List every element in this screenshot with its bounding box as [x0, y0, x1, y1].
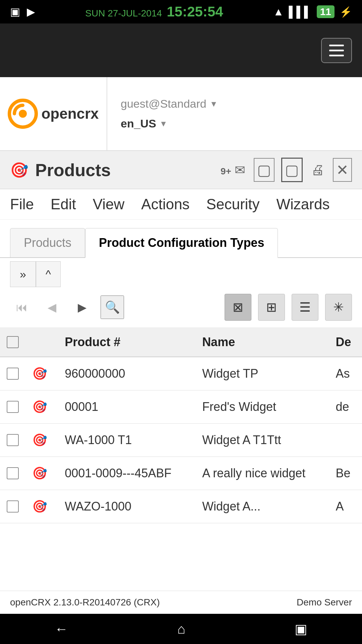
server-label: Demo Server: [297, 597, 352, 608]
col-checkbox: [0, 328, 25, 357]
table-header-row: Product # Name De: [0, 328, 362, 357]
row-checkbox-1[interactable]: [7, 401, 19, 413]
hamburger-line-1: [329, 45, 344, 46]
logo-section: opencrx: [0, 77, 107, 150]
product-num-cell-3: 0001-0009---45ABF: [58, 457, 195, 490]
table-row[interactable]: 🎯 960000000 Widget TP As: [0, 357, 362, 390]
battery-icon: ⚡: [340, 6, 352, 18]
name-cell-4: Widget A...: [195, 490, 329, 523]
row-checkbox-3[interactable]: [7, 467, 19, 479]
row-icon-2: 🎯: [25, 424, 58, 457]
close-button[interactable]: ✕: [333, 158, 352, 182]
name-cell-2: Widget A T1Ttt: [195, 424, 329, 457]
logo-user-row: opencrx guest@Standard ▼ en_US ▼: [0, 77, 362, 151]
tab-product-config-types[interactable]: Product Configuration Types: [85, 228, 278, 258]
locale-dropdown-arrow: ▼: [160, 119, 168, 128]
menu-view[interactable]: View: [93, 196, 125, 219]
user-dropdown-arrow: ▼: [210, 99, 218, 109]
view-list-button[interactable]: ☰: [292, 294, 318, 321]
prev-page-button[interactable]: ◀: [40, 296, 64, 319]
mail-icon: ✉: [235, 163, 245, 177]
name-cell-1: Fred's Widget: [195, 390, 329, 424]
desc-cell-1: de: [329, 390, 362, 424]
recent-button[interactable]: ▣: [285, 618, 317, 640]
table-row[interactable]: 🎯 0001-0009---45ABF A really nice widget…: [0, 457, 362, 490]
menu-security[interactable]: Security: [206, 196, 260, 219]
row-icon-1: 🎯: [25, 390, 58, 424]
row-icon-0: 🎯: [25, 357, 58, 390]
view-cross-button[interactable]: ⊠: [225, 294, 251, 321]
products-table: Product # Name De 🎯 960000000 Widget TP …: [0, 328, 362, 523]
user-section: guest@Standard ▼ en_US ▼: [107, 77, 362, 150]
tab-next-button[interactable]: »: [10, 261, 36, 287]
battery-badge: 11: [317, 5, 335, 18]
col-name-header[interactable]: Name: [195, 328, 329, 357]
row-icon-3: 🎯: [25, 457, 58, 490]
row-checkbox-2[interactable]: [7, 434, 19, 446]
desc-cell-3: Be: [329, 457, 362, 490]
print-button[interactable]: 🖨: [309, 161, 326, 179]
image-icon: ▣: [10, 5, 20, 18]
name-cell-3: A really nice widget: [195, 457, 329, 490]
wifi-icon: ▲: [273, 6, 284, 18]
menu-wizards[interactable]: Wizards: [277, 196, 330, 219]
menu-file[interactable]: File: [10, 196, 34, 219]
user-dropdown[interactable]: guest@Standard ▼: [121, 97, 349, 110]
status-bar: ▣ ▶ SUN 27-JUL-2014 15:25:54 ▲ ▌▌▌ 11 ⚡: [0, 0, 362, 23]
col-desc-header[interactable]: De: [329, 328, 362, 357]
mail-button[interactable]: 9+ ✉: [219, 161, 247, 179]
row-icon-4: 🎯: [25, 490, 58, 523]
locale-label: en_US: [121, 117, 156, 130]
play-icon: ▶: [27, 5, 35, 18]
opencrx-logo: [8, 99, 38, 129]
table-row[interactable]: 🎯 00001 Fred's Widget de: [0, 390, 362, 424]
select-all-checkbox[interactable]: [7, 336, 19, 348]
menu-edit[interactable]: Edit: [51, 196, 76, 219]
locale-dropdown[interactable]: en_US ▼: [121, 117, 349, 130]
row-checkbox-4[interactable]: [7, 500, 19, 513]
next-page-button[interactable]: ▶: [70, 296, 94, 319]
tab-up-button[interactable]: ^: [36, 261, 61, 287]
menu-actions[interactable]: Actions: [141, 196, 189, 219]
tab-products[interactable]: Products: [10, 228, 85, 257]
first-page-button[interactable]: ⏮: [10, 296, 34, 319]
signal-icon: ▌▌▌: [289, 6, 312, 18]
svg-point-1: [19, 110, 27, 118]
view-grid-button[interactable]: ⊞: [258, 294, 285, 321]
product-num-cell-0: 960000000: [58, 357, 195, 390]
tab-nav-row: » ^: [0, 258, 362, 287]
product-num-cell-2: WA-1000 T1: [58, 424, 195, 457]
home-button[interactable]: ⌂: [167, 618, 195, 640]
page-title: Products: [35, 160, 111, 180]
back-button[interactable]: ←: [45, 618, 78, 640]
controls-row: ⏮ ◀ ▶ 🔍 ⊠ ⊞ ☰ ✳: [0, 287, 362, 328]
table-row[interactable]: 🎯 WA-1000 T1 Widget A T1Ttt: [0, 424, 362, 457]
desc-cell-4: A: [329, 490, 362, 523]
app-header-bar: [0, 23, 362, 77]
app-title-bar: 🎯 Products 9+ ✉ ▢ ▢ 🖨 ✕: [0, 151, 362, 189]
window-button-2[interactable]: ▢: [281, 158, 303, 182]
desc-cell-0: As: [329, 357, 362, 390]
col-icon-header: [25, 328, 58, 357]
hamburger-line-2: [329, 50, 344, 51]
status-date: SUN 27-JUL-2014: [85, 8, 162, 18]
tabs-container: Products Product Configuration Types: [0, 220, 362, 258]
window-button-1[interactable]: ▢: [254, 158, 275, 182]
col-product-num-header[interactable]: Product #: [58, 328, 195, 357]
hamburger-button[interactable]: [321, 38, 352, 63]
hamburger-line-3: [329, 55, 344, 56]
username-label: guest@Standard: [121, 97, 206, 110]
product-num-cell-4: WAZO-1000: [58, 490, 195, 523]
bottom-status-bar: openCRX 2.13.0-R20140726 (CRX) Demo Serv…: [0, 591, 362, 614]
products-icon: 🎯: [10, 161, 28, 179]
view-asterisk-button[interactable]: ✳: [325, 294, 352, 321]
product-num-cell-1: 00001: [58, 390, 195, 424]
app-version-label: openCRX 2.13.0-R20140726 (CRX): [10, 597, 160, 608]
row-checkbox-0[interactable]: [7, 368, 19, 380]
status-time: 15:25:54: [167, 4, 223, 19]
table-row[interactable]: 🎯 WAZO-1000 Widget A... A: [0, 490, 362, 523]
android-nav-bar: ← ⌂ ▣: [0, 614, 362, 644]
name-cell-0: Widget TP: [195, 357, 329, 390]
search-button[interactable]: 🔍: [101, 296, 124, 319]
desc-cell-2: [329, 424, 362, 457]
